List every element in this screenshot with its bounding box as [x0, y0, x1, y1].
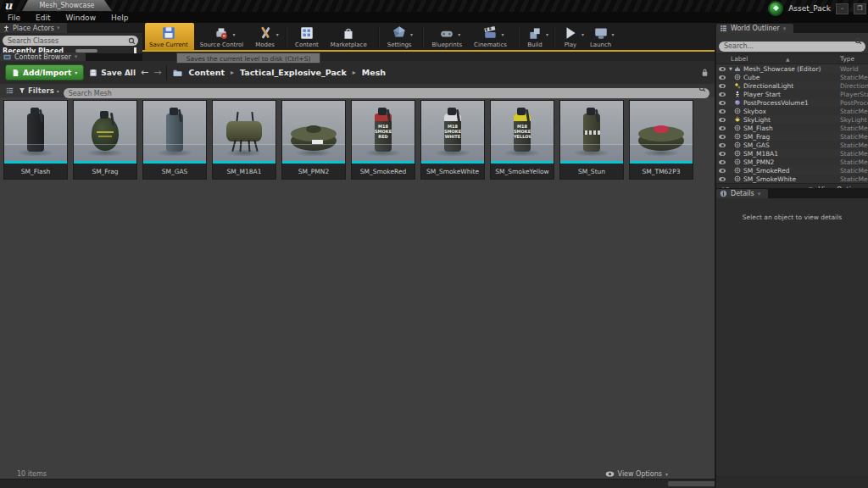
outliner-row[interactable]: PostProcessVolume1PostProcessVolume	[716, 98, 868, 107]
visibility-eye-icon[interactable]	[719, 169, 726, 173]
visibility-eye-icon[interactable]	[719, 109, 726, 114]
outliner-row[interactable]: ▼Mesh_Showcase (Editor)World	[716, 64, 868, 73]
add-import-button[interactable]: Add/Import ▾	[5, 64, 84, 80]
menu-help[interactable]: Help	[111, 14, 129, 22]
horizontal-scrollbar[interactable]	[0, 479, 715, 488]
asset-tile[interactable]: SM_Frag	[73, 100, 137, 180]
breadcrumb-item[interactable]: Tactical_Explosive_Pack	[240, 68, 347, 77]
outliner-row[interactable]: SM_FlashStaticMeshActor	[716, 124, 868, 132]
maximize-button[interactable]: ❐	[854, 3, 866, 14]
chevron-down-icon[interactable]: ▾	[232, 31, 235, 37]
marketplace-orb-icon[interactable]	[768, 1, 783, 16]
visibility-eye-icon[interactable]	[719, 67, 726, 71]
visibility-eye-icon[interactable]	[719, 160, 726, 164]
outliner-column-header[interactable]: Label ▲ Type	[716, 53, 868, 64]
actor-label[interactable]: SM_GAS	[743, 141, 770, 149]
outliner-row[interactable]: SM_SmokeRedStaticMeshActor	[716, 166, 868, 175]
toolbar-launch-button[interactable]: ▾Launch	[586, 23, 617, 51]
nav-forward-button[interactable]: →	[153, 66, 161, 80]
asset-tile[interactable]: SM_GAS	[142, 100, 207, 180]
menu-file[interactable]: File	[8, 14, 20, 22]
tab-details[interactable]: Details ▾	[716, 189, 768, 198]
level-tab[interactable]: Mesh_Showcase	[22, 0, 112, 11]
outliner-row[interactable]: SM_PMN2StaticMeshActor	[716, 158, 868, 166]
breadcrumb-item[interactable]: Content	[188, 68, 225, 77]
toolbar-cinematics-button[interactable]: ▾Cinematics	[470, 23, 513, 51]
breadcrumb-item[interactable]: Mesh	[362, 68, 386, 77]
actor-label[interactable]: SM_SmokeRed	[743, 167, 790, 175]
chevron-down-icon[interactable]: ▾	[612, 31, 615, 37]
view-options-button[interactable]: View Options ▾	[605, 470, 668, 478]
visibility-eye-icon[interactable]	[719, 135, 726, 139]
visibility-eye-icon[interactable]	[719, 118, 726, 122]
visibility-eye-icon[interactable]	[719, 177, 726, 181]
outliner-row[interactable]: Player StartPlayerStart	[716, 90, 868, 98]
outliner-row[interactable]: DirectionalLightDirectionalLight	[716, 81, 868, 90]
toolbar-save-current-button[interactable]: Save Current	[145, 23, 194, 51]
actor-label[interactable]: SM_Flash	[743, 125, 773, 132]
toolbar-settings-button[interactable]: ▾Settings	[383, 23, 418, 51]
chevron-down-icon[interactable]: ▾	[546, 31, 548, 37]
lock-icon[interactable]	[700, 68, 709, 77]
visibility-eye-icon[interactable]	[719, 84, 726, 88]
toolbar-marketplace-button[interactable]: Marketplace	[326, 23, 373, 51]
toolbar-blueprints-button[interactable]: ▾Blueprints	[427, 23, 468, 51]
outliner-row[interactable]: SM_FragStaticMeshActor	[716, 132, 868, 141]
actor-label[interactable]: SM_M18A1	[743, 150, 778, 158]
column-type[interactable]: Type	[840, 55, 854, 63]
chevron-down-icon[interactable]: ▾	[581, 31, 584, 37]
nav-back-button[interactable]: ←	[141, 66, 148, 80]
tab-world-outliner[interactable]: World Outliner ▾	[716, 24, 793, 33]
actor-label[interactable]: SM_SmokeWhite	[743, 175, 796, 183]
actor-label[interactable]: PostProcessVolume1	[743, 99, 809, 107]
actor-label[interactable]: SM_PMN2	[743, 158, 774, 166]
actor-label[interactable]: DirectionalLight	[743, 82, 793, 90]
asset-tile[interactable]: SM_TM62P3	[629, 100, 693, 180]
chevron-down-icon[interactable]: ▾	[458, 31, 460, 37]
asset-tile[interactable]: SM_Flash	[3, 100, 68, 180]
visibility-eye-icon[interactable]	[719, 75, 726, 80]
visibility-eye-icon[interactable]	[719, 143, 726, 147]
toolbar-modes-button[interactable]: ▾Modes	[251, 23, 281, 51]
outliner-row[interactable]: SM_GASStaticMeshActor	[716, 141, 868, 149]
tab-content-browser[interactable]: Content Browser ▾	[0, 53, 86, 61]
actor-label[interactable]: Mesh_Showcase (Editor)	[743, 65, 821, 73]
search-classes-input[interactable]	[3, 36, 138, 46]
asset-tile[interactable]: M18SMOKEYELLOW SM_SmokeYellow	[490, 100, 554, 180]
asset-tile[interactable]: M18SMOKERED SM_SmokeRed	[351, 100, 415, 180]
asset-tile[interactable]: M18SMOKEWHITE SM_SmokeWhite	[420, 100, 485, 180]
chevron-down-icon[interactable]: ▾	[502, 31, 504, 37]
visibility-eye-icon[interactable]	[719, 152, 726, 156]
asset-tile[interactable]: SM_M18A1	[212, 100, 276, 180]
toolbar-build-button[interactable]: ▾Build	[523, 23, 548, 51]
actor-label[interactable]: SM_Frag	[743, 133, 770, 141]
outliner-row[interactable]: SkyboxStaticMeshActor	[716, 107, 868, 115]
actor-label[interactable]: Player Start	[743, 91, 781, 98]
toolbar-play-button[interactable]: ▾Play	[559, 23, 584, 51]
actor-label[interactable]: Skybox	[743, 108, 766, 115]
chevron-down-icon[interactable]: ▾	[410, 31, 413, 37]
minimize-button[interactable]: –	[836, 3, 849, 14]
sources-panel-icon[interactable]	[5, 86, 14, 95]
outliner-search-input[interactable]	[719, 42, 865, 52]
filters-button[interactable]: Filters ▾	[19, 86, 59, 95]
outliner-row[interactable]: SM_M18A1StaticMeshActor	[716, 149, 868, 158]
actor-label[interactable]: Cube	[743, 74, 760, 81]
outliner-row[interactable]: SkyLightSkyLight	[716, 115, 868, 124]
asset-tile[interactable]: SM_PMN2	[281, 100, 346, 180]
toolbar-source-control-button[interactable]: ▾Source Control	[196, 23, 250, 51]
menu-window[interactable]: Window	[66, 14, 97, 22]
save-all-button[interactable]: Save All	[89, 69, 136, 77]
column-label[interactable]: Label	[731, 55, 748, 63]
visibility-eye-icon[interactable]	[719, 101, 726, 105]
tab-place-actors[interactable]: Place Actors ▾	[0, 23, 67, 33]
toolbar-content-button[interactable]: Content	[291, 23, 325, 51]
visibility-eye-icon[interactable]	[719, 126, 726, 130]
actor-label[interactable]: SkyLight	[743, 116, 771, 124]
chevron-down-icon[interactable]: ▾	[276, 31, 279, 37]
outliner-row[interactable]: SM_SmokeWhiteStaticMeshActor	[716, 175, 868, 183]
visibility-eye-icon[interactable]	[719, 92, 726, 97]
menu-edit[interactable]: Edit	[36, 14, 50, 22]
scrollbar-thumb[interactable]	[668, 481, 715, 486]
asset-tile[interactable]: SM_Stun	[559, 100, 624, 180]
